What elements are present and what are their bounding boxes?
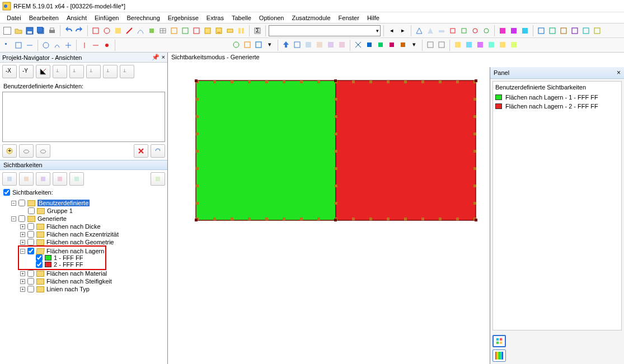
vis-tool-icon[interactable] bbox=[69, 172, 84, 186]
panel-close-icon[interactable]: × bbox=[617, 69, 621, 77]
menu-fenster[interactable]: Fenster bbox=[335, 13, 363, 22]
view-tool-icon[interactable] bbox=[19, 144, 34, 158]
save-icon[interactable] bbox=[25, 26, 35, 36]
tool-icon[interactable] bbox=[425, 26, 435, 36]
tool-icon[interactable] bbox=[25, 40, 35, 50]
menu-hilfe[interactable]: Hilfe bbox=[364, 13, 383, 22]
tree-checkbox[interactable] bbox=[18, 200, 25, 206]
tool-icon[interactable] bbox=[464, 40, 474, 50]
tool-icon[interactable] bbox=[509, 40, 519, 50]
tree-item-bygeometry[interactable]: Flächen nach Geometrie bbox=[46, 239, 114, 245]
view-icon[interactable]: ⟂ bbox=[53, 65, 67, 78]
tree-checkbox[interactable] bbox=[27, 286, 34, 292]
tool-icon[interactable] bbox=[498, 40, 508, 50]
tree-checkbox[interactable] bbox=[18, 215, 25, 222]
tool-icon[interactable] bbox=[113, 26, 123, 36]
userviews-listbox[interactable] bbox=[2, 92, 165, 142]
menu-einfuegen[interactable]: Einfügen bbox=[91, 13, 122, 22]
tool-icon[interactable] bbox=[547, 26, 557, 36]
menu-zusatzmodule[interactable]: Zusatzmodule bbox=[289, 13, 334, 22]
expand-icon[interactable]: − bbox=[11, 216, 16, 221]
expand-icon[interactable]: + bbox=[20, 271, 25, 276]
tree-item-2[interactable]: 2 - FFF FF bbox=[54, 261, 83, 268]
tool-icon[interactable] bbox=[315, 40, 325, 50]
calc-icon[interactable]: Σ bbox=[252, 26, 262, 36]
tool-icon[interactable] bbox=[169, 26, 179, 36]
expand-icon[interactable]: − bbox=[20, 249, 25, 254]
tool-icon[interactable] bbox=[353, 40, 363, 50]
tool-icon[interactable] bbox=[303, 40, 313, 50]
view-icon[interactable]: ⟂ bbox=[69, 65, 84, 78]
tool-icon[interactable] bbox=[203, 26, 213, 36]
tool-icon[interactable] bbox=[475, 40, 485, 50]
tool-icon[interactable] bbox=[135, 26, 146, 36]
tool-icon[interactable] bbox=[509, 26, 519, 36]
menu-tabelle[interactable]: Tabelle bbox=[228, 13, 255, 22]
tool-icon[interactable] bbox=[498, 26, 508, 36]
expand-icon[interactable]: + bbox=[20, 232, 25, 237]
tree-item-byeccentricity[interactable]: Flächen nach Exzentrizität bbox=[46, 231, 119, 238]
view-icon[interactable]: ⟂ bbox=[86, 65, 101, 78]
menu-ansicht[interactable]: Ansicht bbox=[63, 13, 90, 22]
tool-icon[interactable] bbox=[236, 26, 246, 36]
tool-icon[interactable] bbox=[481, 26, 491, 36]
tool-icon[interactable] bbox=[124, 26, 134, 36]
tool-icon[interactable] bbox=[91, 40, 101, 50]
tool-icon[interactable] bbox=[364, 40, 374, 50]
tool-icon[interactable] bbox=[254, 40, 264, 50]
new-icon[interactable] bbox=[2, 26, 12, 36]
view-y-icon[interactable]: -Y bbox=[19, 65, 34, 78]
menu-extras[interactable]: Extras bbox=[203, 13, 227, 22]
vis-tool-icon[interactable] bbox=[19, 172, 34, 186]
tool-icon[interactable] bbox=[326, 40, 336, 50]
tool-icon[interactable]: ▾ bbox=[409, 40, 419, 50]
view-icon[interactable]: ⟂ bbox=[103, 65, 118, 78]
tool-icon[interactable] bbox=[79, 40, 90, 50]
tool-icon[interactable] bbox=[242, 40, 252, 50]
tool-icon[interactable] bbox=[91, 26, 101, 36]
tool-icon[interactable] bbox=[281, 40, 291, 50]
tree-checkbox[interactable] bbox=[27, 270, 34, 277]
delete-view-icon[interactable] bbox=[134, 144, 148, 158]
tool-icon[interactable] bbox=[486, 40, 496, 50]
tree-checkbox[interactable] bbox=[27, 248, 34, 254]
tool-icon[interactable] bbox=[102, 26, 112, 36]
tree-checkbox[interactable] bbox=[28, 207, 35, 214]
open-icon[interactable] bbox=[13, 26, 24, 36]
tool-icon[interactable] bbox=[191, 26, 201, 36]
panel-mode-icon[interactable] bbox=[492, 335, 506, 347]
tree-item-group1[interactable]: Gruppe 1 bbox=[47, 207, 73, 214]
tree-checkbox[interactable] bbox=[36, 254, 43, 261]
visibilities-checkbox[interactable] bbox=[3, 189, 10, 196]
tree-item-bystiffness[interactable]: Flächen nach Steifigkeit bbox=[46, 278, 112, 285]
tree-item-bythickness[interactable]: Flächen nach Dicke bbox=[46, 223, 101, 230]
menu-ergebnisse[interactable]: Ergebnisse bbox=[165, 13, 202, 22]
tool-icon[interactable] bbox=[414, 26, 424, 36]
tree-item-generierte[interactable]: Generierte bbox=[37, 215, 67, 222]
tool-icon[interactable] bbox=[63, 40, 73, 50]
tool-icon[interactable] bbox=[2, 40, 12, 50]
menu-datei[interactable]: Datei bbox=[3, 13, 25, 22]
close-icon[interactable]: × bbox=[162, 54, 165, 61]
tool-icon[interactable] bbox=[214, 26, 224, 36]
tool-icon[interactable] bbox=[158, 26, 168, 36]
tree-item-bymaterial[interactable]: Flächen nach Material bbox=[46, 270, 107, 277]
panel-colorscale-icon[interactable] bbox=[492, 349, 506, 362]
tool-icon[interactable] bbox=[398, 40, 408, 50]
refresh-view-icon[interactable] bbox=[151, 144, 165, 158]
tool-icon[interactable]: ▾ bbox=[265, 40, 275, 50]
view-icon[interactable]: ⟂ bbox=[120, 65, 134, 78]
tool-icon[interactable] bbox=[437, 26, 447, 36]
view-tool-icon[interactable] bbox=[36, 144, 50, 158]
expand-icon[interactable]: + bbox=[20, 240, 25, 245]
tool-icon[interactable] bbox=[180, 26, 190, 36]
vis-tool-icon[interactable] bbox=[151, 172, 165, 186]
tool-icon[interactable] bbox=[448, 26, 458, 36]
vis-tool-icon[interactable] bbox=[2, 172, 17, 186]
tool-icon[interactable] bbox=[437, 40, 447, 50]
tool-icon[interactable] bbox=[559, 26, 569, 36]
tool-icon[interactable] bbox=[102, 40, 112, 50]
vis-tool-icon[interactable] bbox=[53, 172, 67, 186]
tool-icon[interactable] bbox=[52, 40, 62, 50]
menu-optionen[interactable]: Optionen bbox=[256, 13, 288, 22]
